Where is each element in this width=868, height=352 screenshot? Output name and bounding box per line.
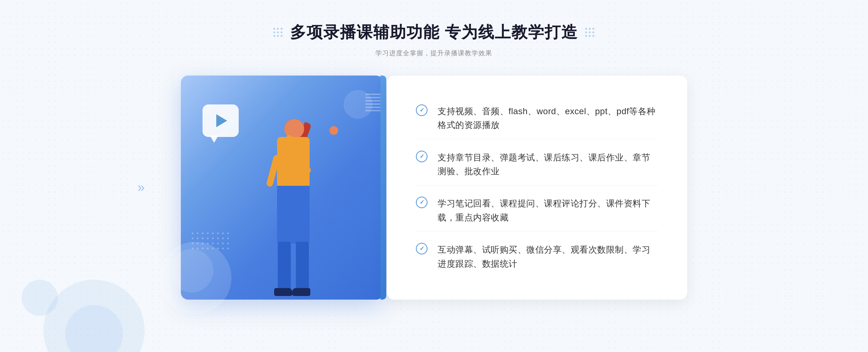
play-triangle-icon xyxy=(216,114,227,127)
blue-strip-decoration xyxy=(380,76,386,300)
deco-small-circle xyxy=(22,280,58,316)
figure-leg-right xyxy=(296,242,309,292)
check-mark-icon-1: ✓ xyxy=(420,107,424,113)
main-title: 多项录播课辅助功能 专为线上教学打造 xyxy=(290,22,578,43)
feature-item-4: ✓ 互动弹幕、试听购买、微信分享、观看次数限制、学习进度跟踪、数据统计 xyxy=(416,236,658,277)
header-section: 多项录播课辅助功能 专为线上教学打造 学习进度全掌握，提升录播课教学效果 xyxy=(273,22,595,57)
check-circle-2: ✓ xyxy=(416,151,427,162)
check-circle-1: ✓ xyxy=(416,104,427,116)
play-bubble xyxy=(203,104,239,137)
check-mark-icon-2: ✓ xyxy=(420,154,424,159)
figure-leg-left xyxy=(278,242,291,292)
left-dots-decoration xyxy=(273,28,283,37)
figure-hand-up xyxy=(329,126,338,135)
left-chevron-decoration: » xyxy=(137,180,145,195)
feature-item-1: ✓ 支持视频、音频、flash、word、excel、ppt、pdf等各种格式的… xyxy=(416,98,658,139)
feature-text-3: 学习笔记回看、课程提问、课程评论打分、课件资料下载，重点内容收藏 xyxy=(438,197,658,224)
title-row: 多项录播课辅助功能 专为线上教学打造 xyxy=(273,22,595,43)
check-mark-icon-3: ✓ xyxy=(420,199,424,205)
content-area: » xyxy=(181,76,687,300)
feature-text-4: 互动弹幕、试听购买、微信分享、观看次数限制、学习进度跟踪、数据统计 xyxy=(438,243,658,271)
check-mark-icon-4: ✓ xyxy=(420,246,424,252)
figure-body xyxy=(277,137,310,188)
illus-dots-pattern xyxy=(192,232,230,271)
right-dots-decoration xyxy=(585,28,595,37)
check-circle-3: ✓ xyxy=(416,197,427,208)
figure-shoe-left xyxy=(274,288,292,296)
figure-pants xyxy=(277,186,310,244)
illustration-area xyxy=(181,76,383,300)
check-circle-4: ✓ xyxy=(416,243,427,254)
chevron-symbol: » xyxy=(137,180,145,195)
feature-item-3: ✓ 学习笔记回看、课程提问、课程评论打分、课件资料下载，重点内容收藏 xyxy=(416,190,658,231)
feature-text-1: 支持视频、音频、flash、word、excel、ppt、pdf等各种格式的资源… xyxy=(438,104,658,132)
feature-text-2: 支持章节目录、弹题考试、课后练习、课后作业、章节测验、批改作业 xyxy=(438,151,658,179)
figure-shoe-right xyxy=(292,288,310,296)
feature-item-2: ✓ 支持章节目录、弹题考试、课后练习、课后作业、章节测验、批改作业 xyxy=(416,144,658,185)
subtitle: 学习进度全掌握，提升录播课教学效果 xyxy=(273,49,595,57)
page-container: 多项录播课辅助功能 专为线上教学打造 学习进度全掌握，提升录播课教学效果 » xyxy=(0,0,868,352)
features-panel: ✓ 支持视频、音频、flash、word、excel、ppt、pdf等各种格式的… xyxy=(387,76,687,300)
human-figure-illustration xyxy=(252,119,353,300)
